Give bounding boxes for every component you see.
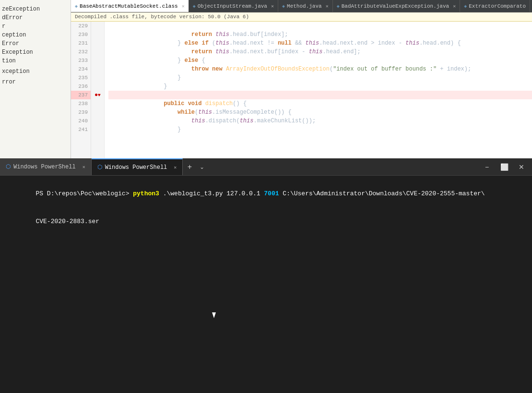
terminal-line-2: CVE-2020-2883.ser xyxy=(6,208,526,236)
terminal-area: ⬡ Windows PowerShell ✕ ⬡ Windows PowerSh… xyxy=(0,158,532,393)
gutter-235 xyxy=(91,73,104,82)
cursor-area xyxy=(6,236,526,393)
ps-port-arg: 7001 xyxy=(264,190,279,197)
ln-237: 237 xyxy=(71,91,91,99)
tab-method[interactable]: ◈ Method.java ✕ xyxy=(278,0,333,12)
terminal-tab-2[interactable]: ⬡ Windows PowerShell ✕ xyxy=(92,158,183,175)
ln-233: 233 xyxy=(71,56,91,65)
terminal-tab-close-1[interactable]: ✕ xyxy=(83,164,85,170)
code-line-236 xyxy=(108,82,532,91)
tab-label-5: ExtractorComparato xyxy=(469,3,526,9)
tab-bad-attribute[interactable]: ◈ BadAttributeValueExpException.java ✕ xyxy=(333,0,461,12)
gutter: ● ♥ xyxy=(91,22,105,158)
gutter-231 xyxy=(91,39,104,48)
tab-close-4[interactable]: ✕ xyxy=(453,3,456,9)
terminal-dropdown-button[interactable]: ⌄ xyxy=(196,158,208,175)
gutter-241 xyxy=(91,125,104,134)
sidebar-item-2: r xyxy=(0,22,71,31)
gutter-238 xyxy=(91,99,104,108)
tab-label-3: Method.java xyxy=(287,3,322,9)
editor-tab-bar: ◈ BaseAbstractMutableSocket.class ✕ ◈ Ob… xyxy=(71,0,532,12)
gutter-239 xyxy=(91,108,104,117)
gutter-233 xyxy=(91,56,104,65)
decompiled-banner: Decompiled .class file, bytecode version… xyxy=(71,12,532,22)
line-numbers: 229 230 231 232 233 234 235 236 237 238 … xyxy=(71,22,91,158)
terminal-tab-label-2: Windows PowerShell xyxy=(105,164,167,171)
ln-232: 232 xyxy=(71,48,91,56)
ide-container: zeException dError r ception Error Excep… xyxy=(0,0,532,393)
sidebar-item-4: Error xyxy=(0,39,71,48)
terminal-line-1: PS D:\repos\Poc\weblogic> python3 .\webl… xyxy=(6,179,526,208)
ln-230: 230 xyxy=(71,30,91,39)
ln-234: 234 xyxy=(71,65,91,73)
ln-238: 238 xyxy=(71,99,91,108)
ln-229: 229 xyxy=(71,22,91,30)
code-lines: return this.head.buf[index]; } else if (… xyxy=(105,22,532,158)
tab-label-4: BadAttributeValueExpException.java xyxy=(342,3,449,9)
terminal-minimize-button[interactable]: − xyxy=(480,160,494,174)
tab-close-1[interactable]: ✕ xyxy=(182,3,185,9)
powershell-icon-2: ⬡ xyxy=(97,164,102,171)
sidebar-item-1: dError xyxy=(0,13,71,22)
terminal-content: PS D:\repos\Poc\weblogic> python3 .\webl… xyxy=(0,176,532,393)
ps-continuation: CVE-2020-2883.ser xyxy=(35,218,99,225)
gutter-230 xyxy=(91,30,104,39)
ln-241: 241 xyxy=(71,125,91,134)
mouse-cursor xyxy=(212,312,216,318)
gutter-236 xyxy=(91,82,104,91)
breakpoint-icon: ● xyxy=(95,92,98,98)
sidebar-item-5: Exception xyxy=(0,48,71,57)
powershell-icon-1: ⬡ xyxy=(6,163,11,170)
ps-prompt: PS D:\repos\Poc\weblogic> xyxy=(35,190,133,197)
ln-235: 235 xyxy=(71,73,91,82)
terminal-tab-close-2[interactable]: ✕ xyxy=(174,165,177,170)
ln-231: 231 xyxy=(71,39,91,48)
tab-object-input-stream[interactable]: ◈ ObjectInputStream.java ✕ xyxy=(189,0,278,12)
gutter-234 xyxy=(91,65,104,73)
java-file-icon-3: ◈ xyxy=(282,3,285,9)
code-line-229: return this.head.buf[index]; xyxy=(108,22,532,30)
ln-240: 240 xyxy=(71,117,91,125)
terminal-controls: − ⬜ ✕ xyxy=(476,158,532,175)
gutter-232 xyxy=(91,48,104,56)
terminal-tab-label-1: Windows PowerShell xyxy=(13,164,76,170)
tab-extractor[interactable]: ◈ ExtractorComparato xyxy=(460,0,530,12)
gutter-237: ● ♥ xyxy=(91,91,104,99)
sidebar-item-8: xception xyxy=(0,67,71,76)
bookmark-icon: ♥ xyxy=(98,93,101,98)
java-file-icon-5: ◈ xyxy=(464,3,467,9)
exception-sidebar: zeException dError r ception Error Excep… xyxy=(0,0,71,158)
gutter-240 xyxy=(91,117,104,125)
tab-base-abstract[interactable]: ◈ BaseAbstractMutableSocket.class ✕ xyxy=(71,0,189,12)
java-file-icon-2: ◈ xyxy=(193,3,196,9)
ide-area: zeException dError r ception Error Excep… xyxy=(0,0,532,158)
java-file-icon-4: ◈ xyxy=(337,3,340,9)
tab-label-2: ObjectInputStream.java xyxy=(198,3,267,9)
sidebar-item-3: ception xyxy=(0,31,71,39)
terminal-close-button[interactable]: ✕ xyxy=(515,160,528,174)
tab-label-1: BaseAbstractMutableSocket.class xyxy=(80,3,178,9)
gutter-229 xyxy=(91,22,104,30)
ln-236: 236 xyxy=(71,82,91,91)
terminal-tab-bar: ⬡ Windows PowerShell ✕ ⬡ Windows PowerSh… xyxy=(0,158,532,176)
sidebar-item-6: tion xyxy=(0,57,71,65)
ps-command: python3 xyxy=(133,190,159,197)
code-area: 229 230 231 232 233 234 235 236 237 238 … xyxy=(71,22,532,158)
tab-close-3[interactable]: ✕ xyxy=(326,3,329,9)
sidebar-item-0: zeException xyxy=(0,5,71,13)
code-line-237: public void dispatch() { xyxy=(108,91,532,99)
tab-close-2[interactable]: ✕ xyxy=(271,3,274,9)
add-terminal-tab-button[interactable]: + xyxy=(183,158,196,175)
class-file-icon: ◈ xyxy=(75,3,78,9)
terminal-tab-1[interactable]: ⬡ Windows PowerShell ✕ xyxy=(0,158,92,175)
ps-path-arg: C:\Users\Administrator\Downloads\CVE-202… xyxy=(279,190,485,197)
ps-script-arg: .\weblogic_t3.py 127.0.0.1 xyxy=(159,190,264,197)
terminal-restore-button[interactable]: ⬜ xyxy=(497,160,511,174)
editor-area: ◈ BaseAbstractMutableSocket.class ✕ ◈ Ob… xyxy=(71,0,532,158)
ln-239: 239 xyxy=(71,108,91,117)
sidebar-item-10: rror xyxy=(0,78,71,86)
